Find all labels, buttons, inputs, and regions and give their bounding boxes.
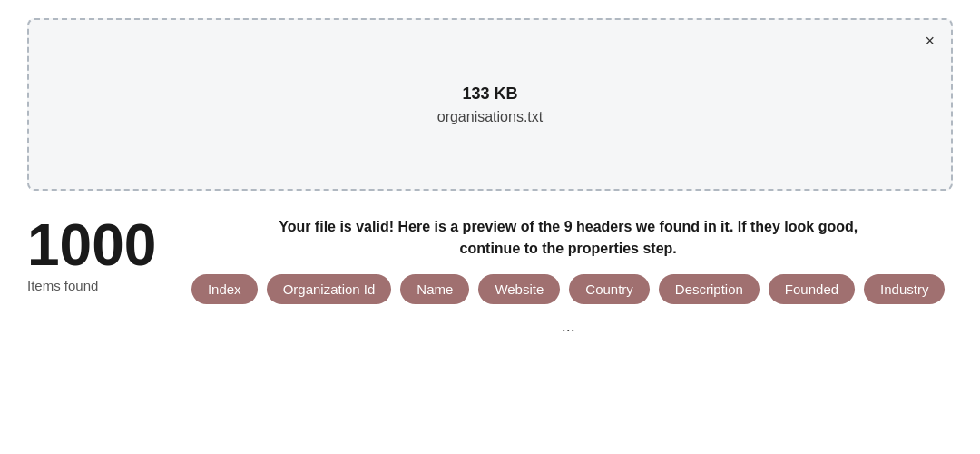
file-name: organisations.txt <box>437 109 544 125</box>
close-button[interactable]: × <box>925 33 935 49</box>
preview-area: Your file is valid! Here is a preview of… <box>183 216 953 340</box>
file-size: 133 KB <box>462 84 517 104</box>
items-found-section: 1000 Items found <box>27 216 156 293</box>
preview-message: Your file is valid! Here is a preview of… <box>260 216 877 260</box>
upload-box: × 133 KB organisations.txt <box>27 18 953 191</box>
tag-country: Country <box>569 274 650 304</box>
tag-index: Index <box>191 274 258 304</box>
tag-organization-id: Organization Id <box>267 274 392 304</box>
content-area: 1000 Items found Your file is valid! Her… <box>27 216 953 340</box>
tag-name: Name <box>400 274 469 304</box>
tag-founded: Founded <box>769 274 855 304</box>
tag-industry: Industry <box>864 274 945 304</box>
file-info: 133 KB organisations.txt <box>437 84 544 125</box>
tag-description: Description <box>659 274 760 304</box>
items-count: 1000 <box>27 216 156 274</box>
tag-website: Website <box>478 274 560 304</box>
items-label: Items found <box>27 278 98 293</box>
tags-container: IndexOrganization IdNameWebsiteCountryDe… <box>183 274 953 340</box>
more-tags-ellipsis: ... <box>562 313 575 340</box>
